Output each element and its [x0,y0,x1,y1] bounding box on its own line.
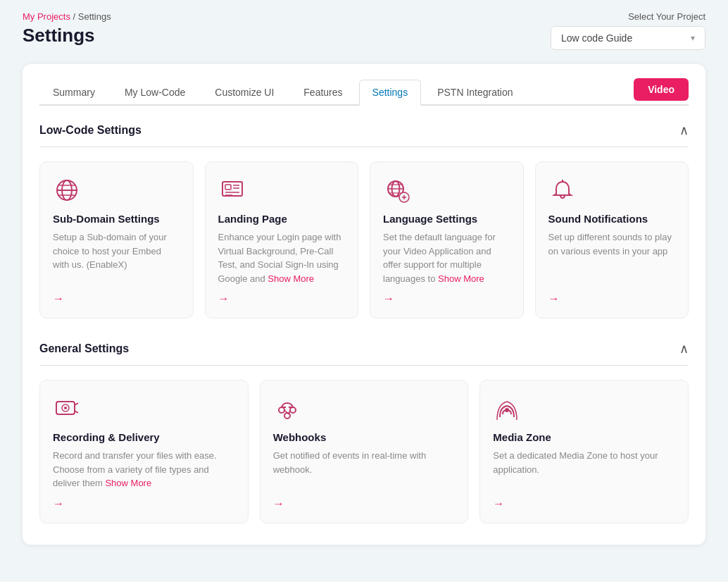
sound-notifications-desc: Set up different sounds to play on vario… [548,230,676,285]
sub-domain-desc: Setup a Sub-domain of your choice to hos… [53,230,180,285]
language-settings-icon [383,176,411,204]
breadcrumb: My Projects / Settings [23,11,111,22]
tab-my-low-code[interactable]: My Low-Code [111,80,199,106]
card-recording-delivery: Recording & Delivery Record and transfer… [39,380,249,524]
tab-summary[interactable]: Summary [39,80,108,106]
tab-settings[interactable]: Settings [359,80,422,106]
language-settings-desc: Set the default language for your Video … [383,230,510,285]
tab-features[interactable]: Features [290,80,356,106]
chevron-down-icon: ▾ [691,33,695,43]
recording-icon [53,395,81,423]
sound-notifications-arrow[interactable]: → [548,292,676,305]
breadcrumb-my-projects[interactable]: My Projects [23,11,70,22]
card-sound-notifications: Sound Notifications Set up different sou… [535,161,689,318]
landing-page-show-more[interactable]: Show More [268,273,314,284]
low-code-settings-section: Low-Code Settings ∧ Sub-Domain Settings … [39,123,689,318]
project-dropdown[interactable]: Low code Guide ▾ [551,26,705,50]
tab-pstn-integration[interactable]: PSTN Integration [424,80,526,106]
svg-point-25 [279,407,284,413]
section-header-general: General Settings ∧ [39,341,689,357]
svg-rect-6 [225,185,231,190]
language-settings-arrow[interactable]: → [383,292,510,305]
project-selector-label: Select Your Project [628,11,705,22]
card-landing-page: Landing Page Enhance your Login page wit… [205,161,359,318]
landing-page-title: Landing Page [218,213,346,225]
svg-point-22 [64,407,67,409]
globe-icon [53,176,81,204]
webhook-icon [273,395,301,423]
tabs-container: Summary My Low-Code Customize UI Feature… [39,78,689,106]
general-settings-title: General Settings [39,342,129,355]
card-webhooks: Webhooks Get notified of events in real-… [260,380,469,524]
low-code-collapse-icon[interactable]: ∧ [679,123,689,138]
landing-page-desc: Enhance your Login page with Virtual Bac… [218,230,346,285]
general-collapse-icon[interactable]: ∧ [679,341,689,357]
signal-icon [493,395,521,423]
low-code-settings-title: Low-Code Settings [39,124,142,137]
landing-page-icon [218,176,246,204]
media-zone-arrow[interactable]: → [493,497,675,510]
svg-point-26 [290,407,296,413]
webhooks-desc: Get notified of events in real-time with… [273,449,456,490]
breadcrumb-current: Settings [78,11,111,22]
general-divider [39,365,689,366]
page-header: My Projects / Settings Settings Select Y… [0,0,728,50]
project-selected-value: Low code Guide [561,32,632,44]
card-language-settings: Language Settings Set the default langua… [370,161,524,318]
card-media-zone: Media Zone Set a dedicated Media Zone to… [479,380,689,524]
sound-notifications-title: Sound Notifications [548,213,676,225]
recording-show-more[interactable]: Show More [105,478,151,488]
low-code-cards-grid: Sub-Domain Settings Setup a Sub-domain o… [39,161,689,318]
section-header-low-code: Low-Code Settings ∧ [39,123,689,138]
recording-delivery-arrow[interactable]: → [53,497,235,510]
main-card: Video Summary My Low-Code Customize UI F… [23,64,705,545]
recording-delivery-title: Recording & Delivery [53,431,235,443]
media-zone-desc: Set a dedicated Media Zone to host your … [493,449,675,490]
general-cards-grid: Recording & Delivery Record and transfer… [39,380,689,524]
language-show-more[interactable]: Show More [438,273,484,284]
breadcrumb-separator: / [70,11,78,22]
landing-page-arrow[interactable]: → [218,292,346,305]
sub-domain-title: Sub-Domain Settings [53,213,180,225]
language-settings-title: Language Settings [383,213,510,225]
recording-delivery-desc: Record and transfer your files with ease… [53,449,235,490]
header-left: My Projects / Settings Settings [23,11,111,47]
video-button[interactable]: Video [634,78,689,101]
webhooks-title: Webhooks [273,431,456,443]
media-zone-title: Media Zone [493,431,675,443]
sub-domain-arrow[interactable]: → [53,292,180,305]
low-code-divider [39,147,689,147]
webhooks-arrow[interactable]: → [273,497,456,510]
page-title: Settings [23,25,111,47]
tab-customize-ui[interactable]: Customize UI [201,80,287,106]
bell-icon [548,176,577,204]
general-settings-section: General Settings ∧ Recording & Delivery … [39,341,689,524]
project-selector: Select Your Project Low code Guide ▾ [551,11,705,50]
card-sub-domain: Sub-Domain Settings Setup a Sub-domain o… [39,161,194,318]
